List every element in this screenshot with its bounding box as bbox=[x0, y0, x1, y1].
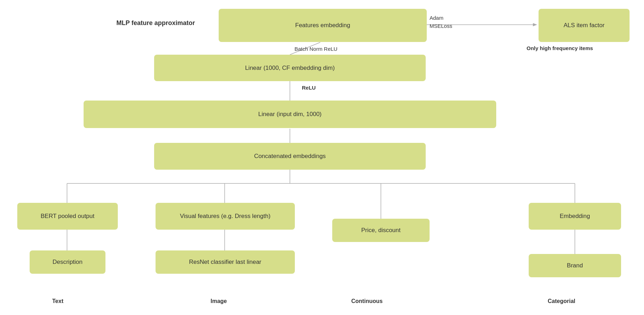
diagram: MLP feature approximator Features embedd… bbox=[0, 0, 644, 315]
resnet-box: ResNet classifier last linear bbox=[156, 250, 295, 274]
continuous-label: Continuous bbox=[351, 298, 383, 304]
features-embedding-box: Features embedding bbox=[219, 9, 427, 42]
only-high-label: Only high frequency items bbox=[527, 45, 593, 51]
description-box: Description bbox=[30, 250, 105, 274]
text-label: Text bbox=[52, 298, 63, 304]
bert-pooled-box: BERT pooled output bbox=[17, 203, 118, 230]
price-discount-box: Price, discount bbox=[332, 219, 430, 242]
mseloss-label: MSELoss bbox=[430, 23, 452, 29]
brand-box: Brand bbox=[529, 254, 621, 277]
adam-label: Adam bbox=[430, 15, 443, 21]
relu-label: ReLU bbox=[302, 85, 316, 91]
als-item-factor-box: ALS item factor bbox=[539, 9, 630, 42]
embedding-box: Embedding bbox=[529, 203, 621, 230]
batch-norm-relu-label: Batch Norm ReLU bbox=[294, 46, 338, 52]
linear-cf-box: Linear (1000, CF embedding dim) bbox=[154, 55, 426, 81]
mlp-title-label: MLP feature approximator bbox=[116, 19, 195, 27]
image-label: Image bbox=[211, 298, 227, 304]
concatenated-box: Concatenated embeddings bbox=[154, 143, 426, 170]
categorial-label: Categorial bbox=[548, 298, 575, 304]
visual-features-box: Visual features (e.g. Dress length) bbox=[156, 203, 295, 230]
linear-input-box: Linear (input dim, 1000) bbox=[84, 101, 496, 128]
